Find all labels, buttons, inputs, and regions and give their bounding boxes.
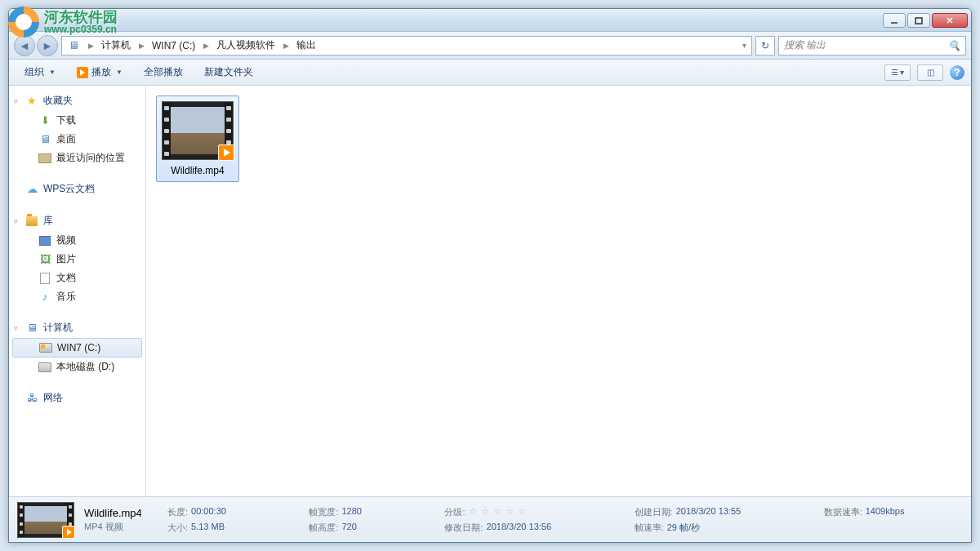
sidebar-item-pictures[interactable]: 🖼图片 [9,250,145,269]
star-icon: ★ [25,95,38,108]
breadcrumb-dropdown-icon[interactable]: ▾ [737,41,751,50]
refresh-button[interactable]: ↻ [755,36,775,56]
preview-pane-button[interactable]: ◫ [917,64,943,81]
details-fps: 帧速率:29 帧/秒 [635,522,800,534]
svg-rect-1 [915,18,922,24]
breadcrumb-seg-computer[interactable]: 计算机 [96,37,136,55]
search-input[interactable]: 搜索 输出 🔍 [778,36,966,56]
music-icon: ♪ [38,291,51,304]
collapse-icon: ▿ [14,217,18,225]
video-thumbnail [162,101,234,160]
maximize-button[interactable] [907,13,930,28]
details-modified: 修改日期:2018/3/20 13:56 [444,522,609,534]
recent-icon [38,152,51,165]
sidebar-item-downloads[interactable]: ⬇下载 [9,111,145,130]
file-item-selected[interactable]: Wildlife.mp4 [156,96,239,182]
nav-back-button[interactable]: ◄ [14,35,35,56]
play-overlay-icon [218,144,234,161]
breadcrumb-seg-folder1[interactable]: 凡人视频软件 [212,37,281,55]
play-overlay-icon [62,526,75,539]
details-filetype: MP4 视频 [84,521,158,533]
network-icon: 🖧 [25,392,38,405]
sidebar-item-recent[interactable]: 最近访问的位置 [9,149,145,167]
rating-stars-icon: ☆ ☆ ☆ ☆ ☆ [469,506,527,518]
drive-icon [38,361,51,374]
details-frame-width: 帧宽度:1280 [309,506,420,518]
chevron-right-icon[interactable]: ▶ [281,42,292,50]
chevron-right-icon[interactable]: ▶ [201,42,212,50]
search-icon: 🔍 [948,40,960,51]
sidebar-computer-header[interactable]: ▿🖥计算机 [9,318,145,338]
address-bar-row: ◄ ► 🖥 ▶ 计算机 ▶ WIN7 (C:) ▶ 凡人视频软件 ▶ 输出 ▾ … [9,32,971,60]
explorer-window: ◄ ► 🖥 ▶ 计算机 ▶ WIN7 (C:) ▶ 凡人视频软件 ▶ 输出 ▾ … [8,8,972,543]
details-created: 创建日期:2018/3/20 13:55 [635,506,800,518]
collapse-icon: ▿ [14,97,18,105]
search-placeholder: 搜索 输出 [784,38,826,52]
sidebar-item-documents[interactable]: 文档 [9,269,145,287]
collapse-icon: ▿ [14,324,18,332]
sidebar-network-header[interactable]: 🖧网络 [9,388,145,408]
view-options-button[interactable]: ☰ ▾ [884,64,911,81]
chevron-right-icon[interactable]: ▶ [86,42,96,50]
breadcrumb-seg-drive[interactable]: WIN7 (C:) [147,37,201,55]
sidebar-item-drive-d[interactable]: 本地磁盘 (D:) [9,358,145,376]
computer-icon: 🖥 [25,322,38,335]
organize-menu[interactable]: 组织▼ [16,61,65,83]
details-pane: Wildlife.mp4 MP4 视频 长度:00:00:30 帧宽度:1280… [9,496,971,542]
drive-icon [39,341,52,354]
play-icon [77,67,88,78]
picture-icon: 🖼 [38,253,51,266]
sidebar-item-music[interactable]: ♪音乐 [9,287,145,306]
sidebar-wps-cloud[interactable]: ☁WPS云文档 [9,179,145,199]
help-button[interactable]: ? [950,65,964,80]
sidebar-item-videos[interactable]: 视频 [9,231,145,250]
breadcrumb-root-icon[interactable]: 🖥 [62,37,86,55]
minimize-button[interactable] [883,13,906,28]
chevron-down-icon: ▼ [116,69,122,76]
window-titlebar[interactable] [9,9,971,32]
document-icon [38,272,51,285]
sidebar-item-desktop[interactable]: 🖥桌面 [9,130,145,149]
details-thumbnail [17,502,74,538]
details-length: 长度:00:00:30 [167,506,284,518]
breadcrumb-seg-folder2[interactable]: 输出 [292,37,322,55]
library-icon [25,215,38,228]
details-bitrate: 数据速率:1409kbps [824,506,963,518]
desktop-icon: 🖥 [38,133,51,146]
sidebar-item-drive-c[interactable]: WIN7 (C:) [12,338,142,358]
play-button[interactable]: 播放▼ [68,61,131,83]
chevron-right-icon[interactable]: ▶ [136,42,147,50]
details-frame-height: 帧高度:720 [309,522,420,534]
close-button[interactable] [932,13,968,28]
new-folder-button[interactable]: 新建文件夹 [195,61,262,83]
nav-forward-button[interactable]: ► [37,35,58,56]
breadcrumb[interactable]: 🖥 ▶ 计算机 ▶ WIN7 (C:) ▶ 凡人视频软件 ▶ 输出 ▾ [61,36,752,56]
video-icon [38,234,51,247]
details-rating[interactable]: 分级:☆ ☆ ☆ ☆ ☆ [444,506,609,518]
download-icon: ⬇ [38,114,51,127]
cloud-icon: ☁ [25,183,38,196]
details-size: 大小:5.13 MB [167,522,284,534]
chevron-down-icon: ▼ [49,69,56,76]
command-toolbar: 组织▼ 播放▼ 全部播放 新建文件夹 ☰ ▾ ◫ ? [9,60,971,86]
navigation-sidebar: ▿★收藏夹 ⬇下载 🖥桌面 最近访问的位置 ☁WPS云文档 ▿库 视频 🖼图片 … [9,86,146,496]
sidebar-libraries-header[interactable]: ▿库 [9,211,145,231]
file-name-label: Wildlife.mp4 [171,165,224,176]
sidebar-favorites-header[interactable]: ▿★收藏夹 [9,91,145,111]
file-list-area[interactable]: Wildlife.mp4 [146,86,971,496]
play-all-button[interactable]: 全部播放 [135,61,192,83]
details-filename: Wildlife.mp4 [84,507,158,519]
